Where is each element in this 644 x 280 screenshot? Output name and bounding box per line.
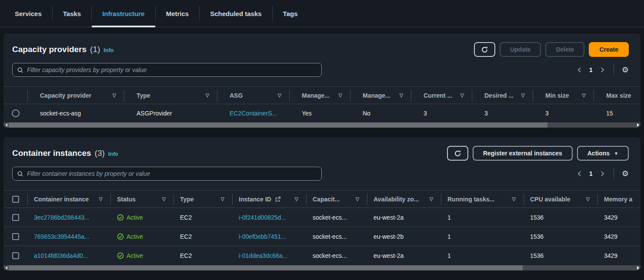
- tab-metrics[interactable]: Metrics: [156, 0, 200, 27]
- table-settings-gear-icon[interactable]: ⚙: [622, 66, 629, 74]
- col-desired-size[interactable]: Desired ... ▽: [472, 90, 533, 101]
- cell-instance-id-link[interactable]: i-00ef0ebb7451...: [233, 233, 307, 240]
- select-all-checkbox[interactable]: [12, 196, 19, 203]
- page-number[interactable]: 1: [589, 66, 593, 73]
- capacity-providers-panel: Capacity providers (1) Info Update Delet…: [3, 33, 641, 128]
- table-row[interactable]: a1014fd036da4d0... Active EC2 i-01ddea3d…: [3, 246, 641, 265]
- cell-instance-id-link[interactable]: i-0f241d00825d...: [233, 214, 307, 221]
- capacity-providers-filter-input[interactable]: [27, 66, 317, 73]
- container-instances-title: Container instances: [12, 148, 91, 158]
- col-availability-zone[interactable]: Availability zo... ▽: [367, 194, 441, 205]
- tab-infrastructure[interactable]: Infrastructure: [92, 0, 155, 27]
- col-running-tasks[interactable]: Running tasks... ▽: [441, 194, 524, 205]
- sort-icon[interactable]: ▽: [430, 196, 441, 202]
- table-settings-gear-icon[interactable]: ⚙: [622, 170, 629, 178]
- col-container-instance[interactable]: Container instance ▽: [28, 194, 111, 205]
- cell-type: EC2: [174, 252, 233, 259]
- col-managed-termination[interactable]: Manage... ▽: [350, 90, 411, 101]
- cell-running-tasks: 1: [441, 252, 524, 259]
- sort-icon[interactable]: ▽: [99, 196, 110, 202]
- col-capacity-provider[interactable]: Capacit... ▽: [307, 194, 367, 205]
- col-min-size[interactable]: Min size ▽: [533, 90, 594, 101]
- scrollbar-track[interactable]: [9, 122, 635, 128]
- capacity-providers-filter: [12, 63, 322, 77]
- register-external-instances-button[interactable]: Register external instances: [473, 146, 573, 161]
- capacity-providers-info-link[interactable]: Info: [103, 47, 113, 53]
- tab-scheduled-tasks[interactable]: Scheduled tasks: [200, 0, 272, 27]
- sort-icon[interactable]: ▽: [582, 92, 594, 98]
- refresh-button[interactable]: [474, 42, 495, 57]
- cell-running-tasks: 1: [441, 233, 524, 240]
- cell-current-size: 3: [411, 110, 472, 117]
- sort-icon[interactable]: ▽: [221, 196, 232, 202]
- col-instance-id[interactable]: Instance ID ▽: [233, 194, 307, 205]
- cell-managed-scaling: Yes: [290, 110, 350, 117]
- tab-tags[interactable]: Tags: [273, 0, 308, 27]
- cell-container-instance-link[interactable]: a1014fd036da4d0...: [28, 252, 111, 259]
- cell-capacity-provider: socket-ecs-asg: [28, 110, 124, 117]
- scroll-left-icon[interactable]: [3, 123, 9, 127]
- scroll-right-icon[interactable]: [635, 123, 641, 127]
- col-type[interactable]: Type ▽: [124, 90, 217, 101]
- actions-button[interactable]: Actions ▼: [577, 146, 629, 161]
- col-status[interactable]: Status ▽: [111, 194, 174, 205]
- delete-button[interactable]: Delete: [545, 42, 584, 57]
- row-checkbox[interactable]: [12, 252, 19, 259]
- cell-instance-id-link[interactable]: i-01ddea3dc68a...: [233, 252, 307, 259]
- cell-capacity-provider: socket-ecs...: [307, 214, 367, 221]
- col-max-size[interactable]: Max size: [594, 90, 641, 101]
- sort-icon[interactable]: ▽: [339, 92, 350, 98]
- col-memory-available[interactable]: Memory a: [598, 194, 641, 205]
- col-type[interactable]: Type ▽: [174, 194, 233, 205]
- scrollbar-thumb[interactable]: [9, 122, 547, 128]
- tab-tasks[interactable]: Tasks: [53, 0, 91, 27]
- sort-icon[interactable]: ▽: [586, 196, 597, 202]
- page-number[interactable]: 1: [589, 170, 593, 177]
- cell-asg-link[interactable]: EC2ContainerS...: [217, 110, 290, 117]
- sort-icon[interactable]: ▽: [162, 196, 174, 202]
- col-current-size[interactable]: Current ... ▽: [411, 90, 472, 101]
- sort-icon[interactable]: ▽: [460, 92, 472, 98]
- sort-icon[interactable]: ▽: [356, 196, 367, 202]
- cell-container-instance-link[interactable]: 765653c3954445a...: [28, 233, 111, 240]
- sort-icon[interactable]: ▽: [113, 92, 124, 98]
- scroll-right-icon[interactable]: [635, 266, 641, 270]
- col-cpu-available[interactable]: CPU available ▽: [524, 194, 598, 205]
- row-radio[interactable]: [12, 109, 20, 117]
- sort-icon[interactable]: ▽: [512, 196, 524, 202]
- scroll-left-icon[interactable]: [3, 266, 9, 270]
- table-row[interactable]: 3ec2786bd288443... Active EC2 i-0f241d00…: [3, 208, 641, 227]
- cell-container-instance-link[interactable]: 3ec2786bd288443...: [28, 214, 111, 221]
- row-checkbox[interactable]: [12, 233, 19, 240]
- container-instances-filter-input[interactable]: [27, 170, 317, 177]
- refresh-icon: [454, 150, 461, 157]
- scrollbar-thumb[interactable]: [9, 265, 523, 270]
- cell-availability-zone: eu-west-2a: [367, 214, 441, 221]
- sort-icon[interactable]: ▽: [295, 196, 306, 202]
- next-page-icon[interactable]: [599, 170, 606, 177]
- col-capacity-provider[interactable]: Capacity provider ▽: [28, 90, 124, 101]
- cell-status: Active: [111, 214, 174, 221]
- container-instances-info-link[interactable]: Info: [108, 151, 118, 157]
- sort-icon[interactable]: ▽: [521, 92, 533, 98]
- search-icon: [17, 171, 23, 177]
- row-checkbox[interactable]: [12, 214, 19, 221]
- table-row[interactable]: 765653c3954445a... Active EC2 i-00ef0ebb…: [3, 227, 641, 246]
- sort-icon[interactable]: ▽: [400, 92, 411, 98]
- next-page-icon[interactable]: [599, 66, 606, 73]
- refresh-button[interactable]: [447, 146, 468, 161]
- col-asg[interactable]: ASG ▽: [217, 90, 290, 101]
- cell-type: ASGProvider: [124, 110, 217, 117]
- scrollbar-track[interactable]: [9, 265, 635, 270]
- col-managed-scaling[interactable]: Manage... ▽: [290, 90, 350, 101]
- create-button[interactable]: Create: [589, 42, 629, 57]
- table-header-row: Container instance ▽ Status ▽ Type ▽ Ins…: [3, 190, 641, 208]
- section-tabs: Services Tasks Infrastructure Metrics Sc…: [0, 0, 644, 27]
- sort-icon[interactable]: ▽: [278, 92, 289, 98]
- tab-services[interactable]: Services: [4, 0, 52, 27]
- prev-page-icon[interactable]: [576, 170, 583, 177]
- update-button[interactable]: Update: [500, 42, 541, 57]
- sort-icon[interactable]: ▽: [206, 92, 217, 98]
- table-row[interactable]: socket-ecs-asg ASGProvider EC2ContainerS…: [3, 104, 641, 122]
- prev-page-icon[interactable]: [576, 66, 583, 73]
